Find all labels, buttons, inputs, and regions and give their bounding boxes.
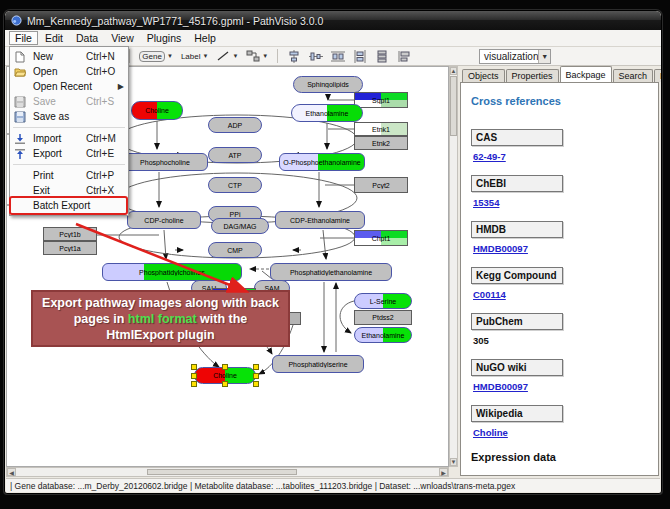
file-menu-item-new[interactable]: NewCtrl+N [11, 49, 127, 64]
menu-plugins[interactable]: Plugins [141, 31, 187, 45]
file-menu-item-print[interactable]: PrintCtrl+P [11, 168, 127, 183]
visualization-combo[interactable]: visualization ▼ [479, 49, 551, 64]
node-etnk1[interactable]: Etnk1 [354, 122, 408, 136]
chevron-down-icon[interactable]: ▼ [232, 53, 238, 59]
file-menu-item-import[interactable]: ImportCtrl+M [11, 131, 127, 146]
node-pcyt1b[interactable]: Pcyt1b [43, 227, 97, 241]
node-choline[interactable]: Choline [131, 101, 183, 120]
node-o-phosphoethanolamine[interactable]: O-Phosphoethanolamine [279, 153, 365, 171]
xref-link[interactable]: Choline [473, 427, 648, 438]
file-menu-item-batch-export[interactable]: Batch Export [11, 198, 127, 213]
tab-legend[interactable]: Legend [654, 69, 662, 82]
align-center-button[interactable] [284, 48, 304, 64]
horizontal-scroll-thumb[interactable] [147, 469, 297, 475]
selection-handle[interactable] [253, 373, 259, 379]
node-ptdss2[interactable]: Ptdss2 [354, 310, 412, 325]
scroll-right-icon[interactable]: ▶ [439, 468, 448, 476]
file-menu-item-open-recent[interactable]: Open Recent▶ [11, 79, 127, 94]
xref-link[interactable]: HMDB00097 [473, 243, 648, 254]
node-etnk2[interactable]: Etnk2 [354, 136, 408, 150]
node-dag-mag[interactable]: DAG/MAG [211, 218, 269, 234]
selection-handle[interactable] [253, 364, 259, 370]
selection-handle[interactable] [191, 364, 197, 370]
node-l-serine[interactable]: L-Serine [354, 293, 412, 309]
selection-handle[interactable] [222, 364, 228, 370]
file-menu-item-open[interactable]: OpenCtrl+O [11, 64, 127, 79]
label-tool-button[interactable]: Label ▼ [178, 48, 212, 64]
node-pcyt2[interactable]: Pcyt2 [354, 177, 408, 193]
node-label: O-Phosphoethanolamine [282, 159, 361, 166]
xref-link[interactable]: C00114 [473, 289, 648, 300]
file-menu: NewCtrl+NOpenCtrl+OOpen Recent▶SaveCtrl+… [9, 46, 129, 216]
title-bar[interactable]: Mm_Kennedy_pathway_WP1771_45176.gpml - P… [5, 11, 661, 30]
selection-handle[interactable] [191, 373, 197, 379]
tab-objects[interactable]: Objects [462, 69, 505, 82]
node-label: CTP [227, 182, 243, 189]
toolbar-separator [129, 49, 130, 63]
node-choline[interactable]: Choline [194, 367, 256, 384]
xref-title: ChEBI [471, 175, 563, 192]
node-sphingolipids[interactable]: Sphingolipids [293, 76, 363, 93]
xref-link[interactable]: HMDB00097 [473, 381, 648, 392]
stack-horizontal-button[interactable] [394, 48, 414, 64]
menu-help[interactable]: Help [188, 31, 222, 45]
vertical-scroll-thumb[interactable] [450, 76, 457, 136]
tab-search[interactable]: Search [613, 69, 654, 82]
file-menu-item-save[interactable]: SaveCtrl+S [11, 94, 127, 109]
align-middle-button[interactable] [306, 48, 326, 64]
selection-handle[interactable] [222, 381, 228, 387]
file-menu-item-exit[interactable]: ExitCtrl+X [11, 183, 127, 198]
selection-handle[interactable] [253, 381, 259, 387]
node-adp[interactable]: ADP [208, 117, 262, 133]
selection-handle[interactable] [191, 381, 197, 387]
horizontal-scrollbar[interactable]: ◀ ▶ [6, 467, 449, 477]
stack-vertical-button[interactable] [372, 48, 392, 64]
xref-link[interactable]: 62-49-7 [473, 151, 648, 162]
backpage-panel[interactable]: Cross references CAS62-49-7ChEBI15354HMD… [460, 82, 659, 476]
scroll-left-icon[interactable]: ◀ [7, 468, 16, 476]
node-phosphocholine[interactable]: Phosphocholine [122, 153, 208, 171]
node-phosphatidylethanolamine[interactable]: Phosphatidylethanolamine [270, 263, 392, 281]
menu-file[interactable]: File [9, 31, 38, 45]
menu-item-label: Open [33, 66, 86, 77]
tab-properties[interactable]: Properties [506, 69, 559, 82]
node-ctp[interactable]: CTP [208, 177, 262, 193]
tab-backpage[interactable]: Backpage [560, 66, 612, 82]
menu-view[interactable]: View [105, 31, 140, 45]
toolbar-separator [277, 49, 278, 63]
xref-link[interactable]: 15354 [473, 197, 648, 208]
node-phosphatidylserine[interactable]: Phosphatidylserine [272, 355, 364, 373]
node-pcyt1a[interactable]: Pcyt1a [43, 241, 97, 255]
gene-tool-button[interactable]: Gene ▼ [136, 48, 176, 64]
chevron-down-icon[interactable]: ▼ [538, 50, 550, 63]
node-atp[interactable]: ATP [208, 147, 262, 163]
menu-data[interactable]: Data [70, 31, 104, 45]
menu-edit[interactable]: Edit [39, 31, 69, 45]
chevron-down-icon[interactable]: ▼ [167, 53, 173, 59]
connector-tool-button[interactable]: ▼ [243, 48, 271, 64]
xref-section-cas: CAS62-49-7 [471, 129, 648, 162]
distribute-horizontal-button[interactable] [328, 48, 348, 64]
stack-vertical-icon [375, 50, 389, 63]
node-ethanolamine[interactable]: Ethanolamine [354, 327, 412, 343]
annotation-highlight: html format [128, 312, 197, 326]
xref-section-kegg-compound: Kegg CompoundC00114 [471, 267, 648, 300]
xref-title: HMDB [471, 221, 563, 238]
file-menu-item-export[interactable]: ExportCtrl+E [11, 146, 127, 161]
chevron-down-icon[interactable]: ▼ [202, 53, 208, 59]
node-cdp-ethanolamine[interactable]: CDP-Ethanolamine [275, 211, 365, 229]
menu-item-shortcut: Ctrl+O [86, 66, 124, 77]
chevron-down-icon[interactable]: ▼ [262, 53, 268, 59]
node-ethanolamine[interactable]: Ethanolamine [291, 104, 363, 122]
node-chpt1[interactable]: Chpt1 [354, 230, 408, 246]
scroll-up-icon[interactable]: ▲ [450, 67, 457, 75]
distribute-vertical-button[interactable] [350, 48, 370, 64]
node-cmp[interactable]: CMP [208, 242, 262, 258]
file-menu-item-save-as[interactable]: Save as [11, 109, 127, 124]
node-phosphatidylcholines[interactable]: Phosphatidylcholines [102, 263, 242, 281]
node-cdp-choline[interactable]: CDP-choline [127, 211, 201, 229]
scroll-down-icon[interactable]: ▼ [450, 458, 457, 466]
vertical-scrollbar[interactable]: ▲ ▼ [449, 66, 458, 467]
line-tool-button[interactable]: ▼ [213, 48, 241, 64]
node-sgpl1[interactable]: Sgpl1 [354, 92, 408, 108]
